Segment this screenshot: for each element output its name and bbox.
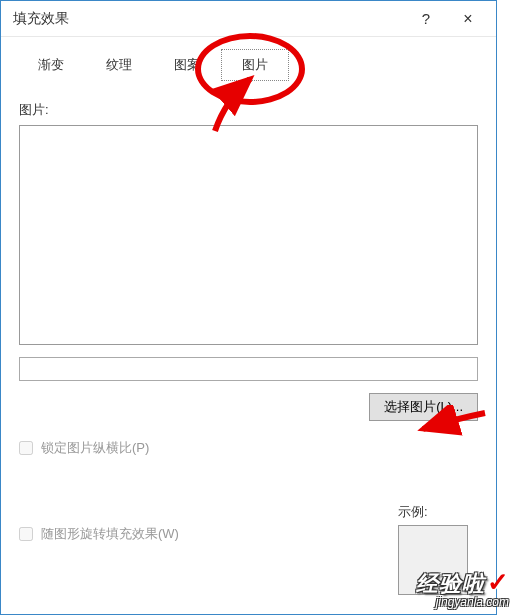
titlebar: 填充效果 ? ×	[1, 1, 496, 37]
select-picture-button[interactable]: 选择图片(L)...	[369, 393, 478, 421]
tab-picture[interactable]: 图片	[221, 49, 289, 81]
lock-aspect-checkbox[interactable]	[19, 441, 33, 455]
sample-group: 示例:	[398, 503, 468, 595]
tab-gradient[interactable]: 渐变	[17, 49, 85, 81]
tab-strip: 渐变 纹理 图案 图片	[1, 37, 496, 81]
content-area: 图片: 选择图片(L)... 锁定图片纵横比(P) 随图形旋转填充效果(W)	[1, 81, 496, 543]
help-button[interactable]: ?	[406, 10, 446, 27]
tab-texture[interactable]: 纹理	[85, 49, 153, 81]
select-row: 选择图片(L)...	[19, 393, 478, 421]
rotate-fill-checkbox[interactable]	[19, 527, 33, 541]
rotate-fill-label: 随图形旋转填充效果(W)	[41, 525, 179, 543]
picture-preview	[19, 125, 478, 345]
dialog-title: 填充效果	[13, 10, 406, 28]
sample-label: 示例:	[398, 503, 468, 521]
sample-preview	[398, 525, 468, 595]
tab-pattern[interactable]: 图案	[153, 49, 221, 81]
fill-effects-dialog: 填充效果 ? × 渐变 纹理 图案 图片 图片: 选择图片(L)... 锁定图片…	[0, 0, 497, 615]
lock-aspect-label: 锁定图片纵横比(P)	[41, 439, 149, 457]
picture-label: 图片:	[19, 101, 478, 119]
lock-aspect-row: 锁定图片纵横比(P)	[19, 439, 478, 457]
close-button[interactable]: ×	[446, 10, 490, 28]
picture-path-input[interactable]	[19, 357, 478, 381]
